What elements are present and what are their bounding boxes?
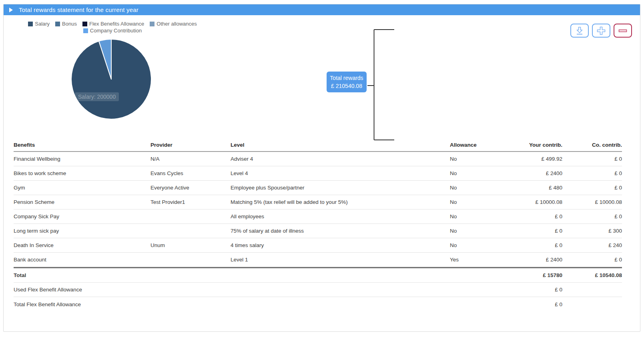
table-row: Company Sick Pay All employees No £ 0 £ … — [14, 209, 622, 224]
tree-node: Flex benefit allowance £ 0 — [393, 69, 456, 89]
tree-node-value: £ 0 — [421, 79, 429, 87]
legend-swatch-icon — [55, 22, 60, 26]
tree-node-label: Bonus — [417, 48, 432, 56]
table-row: Total £ 15780 £ 10540.08 — [14, 267, 622, 283]
add-button[interactable] — [592, 24, 610, 38]
legend-swatch-icon — [82, 22, 87, 26]
table-row: Gym Everyone Active Employee plus Spouse… — [14, 181, 622, 195]
tree-node-label: Total salary — [411, 24, 438, 32]
col-header-your-contrib: Your contrib. — [514, 142, 562, 148]
tree-node: Total salary £ 200000 — [393, 22, 456, 42]
download-icon — [574, 26, 585, 36]
legend-label: Flex Benefits Allowance — [89, 21, 144, 27]
tree-node-value: £ 210540.08 — [331, 82, 362, 90]
legend-label: Bonus — [62, 21, 77, 27]
collapse-triangle-icon[interactable] — [9, 8, 13, 12]
tree-node-value: £ 200000 — [413, 32, 436, 40]
legend-label: Other allowances — [156, 21, 197, 27]
total-rewards-panel: Total rewards statement for the current … — [3, 4, 640, 332]
chart-toolbar — [570, 24, 632, 38]
tree-node-label: Flex benefit allowance — [398, 71, 451, 79]
table-footer: Total £ 15780 £ 10540.08 Used Flex Benef… — [14, 267, 622, 311]
pie-chart — [69, 37, 153, 121]
tree-node-label: Total rewards — [330, 74, 363, 82]
tree-node-value: £ 10540.08 — [411, 103, 438, 111]
col-header-provider: Provider — [150, 142, 231, 148]
legend-swatch-icon — [150, 22, 154, 26]
col-header-co-contrib: Co. contrib. — [562, 142, 622, 148]
tree-node: Company contribution £ 10540.08 — [393, 93, 456, 113]
benefits-table: Benefits Provider Level Allowance Your c… — [14, 138, 622, 311]
table-body: Financial Wellbeing N/A Adviser 4 No £ 4… — [14, 152, 622, 267]
minus-icon — [618, 26, 628, 36]
legend-item[interactable]: Bonus — [55, 21, 77, 27]
table-row: Bikes to work scheme Evans Cycles Level … — [14, 166, 622, 181]
tree-node: Other allowances £ 0 — [393, 116, 456, 136]
legend-row-1: Salary Bonus Flex Benefits Allowance Oth… — [28, 21, 197, 27]
tree-node: Bonus £ 0 — [393, 46, 456, 66]
table-row: Bank account Level 1 Yes £ 2400 £ 0 — [14, 253, 622, 267]
legend-row-2: Company Contribution — [83, 28, 142, 34]
table-row: Financial Wellbeing N/A Adviser 4 No £ 4… — [14, 152, 622, 166]
legend-label: Salary — [35, 21, 50, 27]
plus-icon — [596, 26, 606, 36]
table-row: Long term sick pay 75% of salary at date… — [14, 224, 622, 238]
col-header-benefits: Benefits — [14, 142, 150, 148]
download-button[interactable] — [570, 24, 589, 38]
col-header-level: Level — [231, 142, 450, 148]
tree-children: Total salary £ 200000 Bonus £ 0 Flex ben… — [393, 22, 456, 136]
tree-node-label: Company contribution — [398, 95, 451, 103]
table-row: Used Flex Benefit Allowance £ 0 — [14, 283, 622, 297]
table-header-row: Benefits Provider Level Allowance Your c… — [14, 138, 622, 152]
legend-item[interactable]: Flex Benefits Allowance — [82, 21, 144, 27]
legend-item[interactable]: Company Contribution — [83, 28, 142, 34]
section-header[interactable]: Total rewards statement for the current … — [4, 4, 640, 15]
page-title: Total rewards statement for the current … — [19, 6, 138, 13]
remove-button[interactable] — [614, 24, 632, 38]
legend-swatch-icon — [83, 28, 88, 33]
table-row: Total Flex Benefit Allowance £ 0 — [14, 297, 622, 311]
legend-item[interactable]: Salary — [28, 21, 50, 27]
chart-legend: Salary Bonus Flex Benefits Allowance Oth… — [24, 21, 201, 34]
table-row: Death In Service Unum 4 times salary No … — [14, 238, 622, 253]
tree-node-label: Other allowances — [404, 118, 445, 126]
table-row: Pension Scheme Test Provider1 Matching 5… — [14, 195, 622, 209]
tree-node-value: £ 0 — [421, 126, 429, 134]
tree-node-total-rewards: Total rewards £ 210540.08 — [327, 72, 367, 92]
col-header-allowance: Allowance — [450, 142, 514, 148]
legend-item[interactable]: Other allowances — [150, 21, 197, 27]
tree-node-value: £ 0 — [421, 56, 429, 64]
legend-label: Company Contribution — [90, 28, 142, 34]
legend-swatch-icon — [28, 22, 33, 26]
